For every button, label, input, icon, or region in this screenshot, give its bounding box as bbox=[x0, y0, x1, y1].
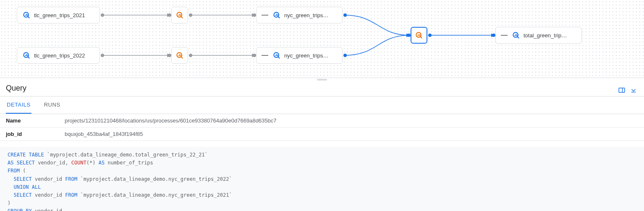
node-label: tlc_green_trips_2022 bbox=[34, 52, 85, 59]
bigquery-icon bbox=[272, 51, 281, 60]
lineage-graph-canvas[interactable]: tlc_green_trips_2021 — nyc_green_trips… … bbox=[0, 0, 644, 78]
port-dot bbox=[253, 54, 256, 57]
svg-line-18 bbox=[420, 36, 421, 38]
process-node-selected[interactable] bbox=[411, 27, 427, 44]
port-dot bbox=[189, 54, 192, 57]
bigquery-icon bbox=[512, 31, 520, 39]
port-dot bbox=[168, 13, 171, 17]
port-dot bbox=[492, 34, 495, 37]
bigquery-process-icon bbox=[415, 31, 423, 39]
node-label: nyc_green_trips… bbox=[284, 12, 329, 18]
node-label: tlc_green_trips_2021 bbox=[34, 12, 85, 18]
minus-icon: — bbox=[262, 52, 268, 59]
svg-line-10 bbox=[278, 16, 279, 18]
bigquery-process-icon bbox=[175, 11, 184, 19]
process-node[interactable] bbox=[171, 47, 188, 64]
port-dot bbox=[343, 13, 347, 17]
port-dot bbox=[168, 54, 171, 57]
svg-line-6 bbox=[28, 16, 29, 18]
bigquery-process-icon bbox=[175, 51, 184, 60]
sql-block: CREATE TABLE `myproject.data_lineage_dem… bbox=[0, 147, 644, 211]
table-node-nyc-2[interactable]: — nyc_green_trips… bbox=[256, 47, 343, 64]
port-dot bbox=[189, 13, 192, 17]
detail-label: Name bbox=[6, 117, 65, 124]
collapse-panel-icon[interactable] bbox=[630, 86, 637, 94]
port-dot bbox=[343, 54, 347, 57]
table-node-tlc-2022[interactable]: tlc_green_trips_2022 bbox=[17, 47, 100, 64]
svg-line-14 bbox=[181, 57, 182, 58]
table-node-tlc-2021[interactable]: tlc_green_trips_2021 bbox=[17, 7, 100, 23]
minus-icon: — bbox=[501, 31, 508, 39]
table-node-total[interactable]: — total_green_trip… bbox=[495, 27, 582, 44]
bigquery-icon bbox=[22, 51, 31, 60]
detail-value: bquxjob_453ba4af_1843f194f85 bbox=[65, 131, 143, 137]
minus-icon: — bbox=[262, 11, 268, 19]
tab-runs[interactable]: RUNS bbox=[43, 96, 61, 114]
svg-rect-21 bbox=[619, 88, 625, 92]
svg-line-8 bbox=[181, 16, 182, 18]
panel-tabs: DETAILS RUNS bbox=[0, 96, 644, 114]
port-dot bbox=[407, 34, 411, 37]
node-label: nyc_green_trips… bbox=[284, 52, 329, 59]
bigquery-icon bbox=[22, 11, 31, 19]
process-node[interactable] bbox=[171, 7, 188, 23]
detail-row-jobid: job_id bquxjob_453ba4af_1843f194f85 bbox=[0, 128, 644, 141]
detail-label: job_id bbox=[6, 131, 65, 137]
port-dot bbox=[428, 34, 432, 37]
panel-splitter[interactable] bbox=[0, 78, 644, 81]
panel-title: Query bbox=[6, 84, 26, 96]
svg-line-12 bbox=[28, 57, 29, 58]
svg-line-20 bbox=[517, 36, 518, 38]
detail-value: projects/123101210468/locations/us/proce… bbox=[65, 117, 277, 124]
detail-row-name: Name projects/123101210468/locations/us/… bbox=[0, 114, 644, 128]
node-label: total_green_trip… bbox=[524, 32, 567, 39]
svg-line-16 bbox=[278, 57, 279, 58]
port-dot bbox=[253, 13, 256, 17]
port-dot bbox=[101, 54, 104, 57]
side-panel-icon[interactable] bbox=[618, 86, 626, 94]
port-dot bbox=[101, 13, 104, 17]
tab-details[interactable]: DETAILS bbox=[6, 96, 31, 114]
table-node-nyc-1[interactable]: — nyc_green_trips… bbox=[256, 7, 343, 23]
bigquery-icon bbox=[272, 11, 281, 19]
